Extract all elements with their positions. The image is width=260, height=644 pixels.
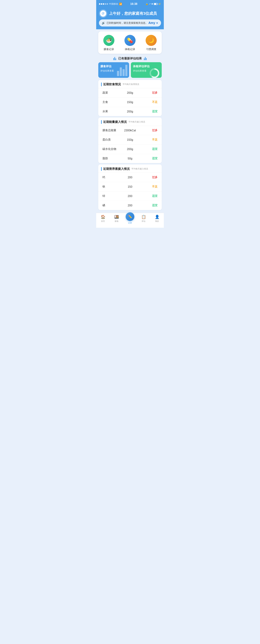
action-health-record[interactable]: 💊 体检记录 (124, 35, 136, 51)
energy-row-0-status: 过多 (139, 128, 158, 132)
nav-record[interactable]: ✏️ 记录 (123, 215, 137, 224)
blue-bar-nutrient (101, 167, 102, 171)
action-habit-survey[interactable]: 🌙 习惯调查 (146, 35, 157, 51)
energy-row-2-value: 200g (121, 148, 139, 151)
nav-center-button[interactable]: ✏️ (126, 212, 134, 221)
nav-mine-label: 我的 (155, 220, 159, 222)
diet-row-2-status: 适宜 (139, 110, 158, 113)
signal-dots (99, 3, 108, 5)
energy-row-1-value: 150g (121, 138, 139, 142)
status-right: 🔒 ↗ ✱ ⚡ (146, 3, 161, 5)
table-row: 膳食总能量 2300kCal 过多 (98, 126, 162, 135)
diet-eval-card[interactable]: 膳食评估 评估结果查看 (98, 62, 129, 78)
energy-title-row: 近期能量摄入情况 平均每天摄入情况 (98, 118, 162, 126)
energy-row-0-name: 膳食总能量 (102, 128, 121, 132)
diet-row-0-status: 过多 (139, 91, 158, 94)
energy-row-3-name: 脂肪 (102, 157, 121, 160)
energy-row-3-status: 适宜 (139, 157, 158, 160)
carrier-name: 中国移动 (109, 2, 118, 6)
nutrient-row-3-status: 适宜 (139, 204, 158, 207)
battery-indicator (154, 3, 158, 5)
diet-label: 膳食记录 (104, 48, 114, 51)
bar-icon-left (113, 57, 116, 60)
energy-row-0-value: 2300kCal (121, 129, 139, 132)
app-logo: ⟳ (99, 9, 107, 18)
header-top: ⟳ 上午好，您的家庭有3位成员 (99, 9, 161, 18)
mine-icon: 👤 (155, 215, 160, 219)
diet-row-0-name: 蔬菜 (102, 91, 121, 94)
nav-food[interactable]: 🍱 食物 (110, 215, 123, 224)
nutrient-row-0-status: 过多 (139, 176, 158, 179)
evaluate-icon: 📋 (141, 215, 146, 219)
diet-title-row: 近期饮食情况 平均每天食用情况 (98, 80, 162, 88)
user-name: Amy (148, 21, 155, 25)
record-center-icon: ✏️ (128, 215, 132, 218)
action-diet-record[interactable]: 🍜 膳食记录 (103, 35, 114, 51)
location-icon: ↗ (149, 3, 151, 5)
nav-home-label: 首页 (101, 220, 105, 222)
diet-main-title: 近期饮食情况 (103, 82, 121, 86)
diet-section: 近期饮食情况 平均每天食用情况 蔬菜 200g 过多 主食 150g 不足 水果… (98, 80, 162, 116)
nutrient-row-1-value: 150 (121, 185, 139, 188)
eval-section-title: 已有最新评估结果 (118, 56, 142, 60)
habit-label: 习惯调查 (146, 48, 156, 51)
home-icon: 🏠 (101, 215, 106, 219)
nutrient-row-2-name: 锌 (102, 194, 121, 198)
nutrient-main-title: 近期营养素摄入情况 (103, 167, 130, 171)
bottom-nav: 🏠 首页 🍱 食物 ✏️ 记录 📋 评估 👤 我的 (96, 213, 164, 228)
health-eval-chart (149, 68, 160, 78)
logo-symbol: ⟳ (101, 11, 105, 16)
nutrient-sub-title: 平均每天摄入情况 (132, 168, 148, 170)
habit-icon: 🌙 (146, 35, 157, 46)
nav-evaluate-label: 评估 (142, 220, 146, 222)
energy-main-title: 近期能量摄入情况 (103, 120, 127, 124)
blue-bar-diet (101, 82, 102, 86)
energy-row-1-status: 不足 (139, 138, 158, 142)
table-row: 碳水化合物 200g 适宜 (98, 144, 162, 154)
nav-home[interactable]: 🏠 首页 (96, 215, 110, 224)
status-bar: 中国移动 📶 16:38 🔒 ↗ ✱ ⚡ (96, 0, 164, 8)
energy-section: 近期能量摄入情况 平均每天摄入情况 膳食总能量 2300kCal 过多 蛋白质 … (98, 118, 162, 163)
nutrient-row-0-value: 200 (121, 176, 139, 179)
energy-row-2-status: 适宜 (139, 147, 158, 151)
charging-icon: ⚡ (158, 3, 161, 5)
diet-sub-title: 平均每天食用情况 (122, 83, 139, 86)
nutrient-row-1-status: 不足 (139, 185, 158, 188)
nutrient-row-3-value: 200 (121, 204, 139, 207)
nav-record-label: 记录 (128, 222, 132, 224)
diet-row-1-value: 150g (121, 101, 139, 104)
nav-food-label: 食物 (114, 220, 118, 222)
table-row: 主食 150g 不足 (98, 98, 162, 107)
nutrient-row-2-status: 适宜 (139, 194, 158, 198)
speaker-icon: 🔊 (102, 21, 105, 24)
notification-bar[interactable]: 🔊 已到吃饭时间，请注意保留相关信息。 Amy ▼ (99, 20, 161, 26)
bar-icon-right (144, 57, 147, 60)
health-label: 体检记录 (125, 48, 135, 51)
logo-inner: ⟳ (100, 10, 106, 17)
table-row: 铁 150 不足 (98, 182, 162, 192)
diet-row-1-name: 主食 (102, 100, 121, 104)
wifi-icon: 📶 (119, 2, 122, 5)
nutrient-row-1-name: 铁 (102, 185, 121, 188)
diet-row-0-value: 200g (121, 91, 139, 94)
eval-section-header: 已有最新评估结果 (96, 54, 164, 62)
food-icon: 🍱 (114, 215, 119, 219)
diet-icon: 🍜 (103, 35, 114, 46)
nav-evaluate[interactable]: 📋 评估 (137, 215, 150, 224)
notification-text: 已到吃饭时间，请注意保留相关信息。 (106, 22, 148, 24)
health-eval-card[interactable]: 体检评估评估 评估结果查看 (131, 62, 162, 78)
table-row: 锌 200 适宜 (98, 192, 162, 201)
energy-row-1-name: 蛋白质 (102, 138, 121, 142)
chevron-down-icon: ▼ (156, 22, 158, 24)
nav-mine[interactable]: 👤 我的 (150, 215, 164, 224)
user-selector[interactable]: Amy ▼ (148, 21, 158, 25)
nutrient-row-2-value: 200 (121, 194, 139, 198)
notif-content: 🔊 已到吃饭时间，请注意保留相关信息。 (102, 21, 148, 24)
diet-row-1-status: 不足 (139, 100, 158, 104)
table-row: 硒 200 适宜 (98, 201, 162, 210)
nutrient-section: 近期营养素摄入情况 平均每天摄入情况 钙 200 过多 铁 150 不足 锌 2… (98, 164, 162, 210)
greeting-text: 上午好，您的家庭有3位成员 (109, 11, 157, 16)
diet-row-2-value: 200g (121, 110, 139, 113)
quick-actions: 🍜 膳食记录 💊 体检记录 🌙 习惯调查 (98, 31, 162, 54)
nutrient-title-row: 近期营养素摄入情况 平均每天摄入情况 (98, 164, 162, 173)
